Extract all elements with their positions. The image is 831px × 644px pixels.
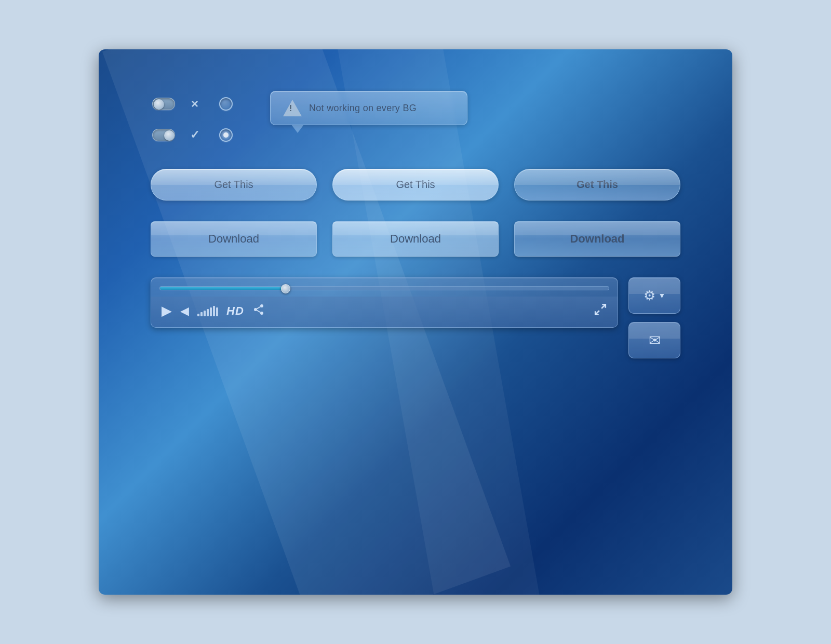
volume-bar-7 (216, 307, 218, 316)
controls-grid: × ✓ (151, 91, 239, 148)
checkmark-icon[interactable]: ✓ (190, 128, 199, 142)
svg-point-1 (254, 308, 257, 311)
radio-button-2[interactable] (219, 128, 233, 142)
progress-fill (160, 287, 286, 290)
toggle-knob-1 (154, 99, 164, 110)
download-button-1[interactable]: Download (151, 221, 317, 257)
volume-bar-5 (210, 307, 212, 316)
svg-point-0 (260, 304, 263, 307)
gear-icon: ⚙ (644, 288, 655, 304)
svg-line-3 (257, 310, 260, 312)
mail-button[interactable]: ✉ (628, 322, 680, 358)
svg-point-2 (260, 312, 263, 315)
progress-track[interactable] (159, 286, 609, 290)
hd-badge: HD (226, 304, 244, 318)
media-player: ▶ ◀ HD (151, 277, 618, 328)
get-this-row: Get This Get This Get This (151, 169, 680, 200)
get-this-button-1[interactable]: Get This (151, 169, 317, 200)
play-button[interactable]: ▶ (162, 303, 172, 319)
fullscreen-icon[interactable] (594, 303, 607, 319)
volume-bar-1 (197, 314, 199, 316)
radio-button-1[interactable] (219, 97, 233, 111)
toggle-switch-2[interactable] (152, 129, 175, 141)
progress-bar-area (151, 278, 618, 297)
volume-bars (197, 306, 218, 316)
download-button-3[interactable]: Download (514, 221, 680, 257)
warning-icon (283, 100, 302, 116)
tooltip-text: Not working on every BG (309, 103, 417, 114)
volume-bar-3 (204, 311, 206, 316)
media-controls: ▶ ◀ HD (151, 297, 618, 327)
media-row: ▶ ◀ HD (151, 277, 680, 358)
get-this-button-2[interactable]: Get This (332, 169, 499, 200)
tooltip-callout: Not working on every BG (270, 91, 467, 125)
volume-bar-2 (200, 312, 203, 316)
controls-row: × ✓ Not working on every BG (151, 91, 680, 148)
svg-line-4 (257, 306, 260, 308)
volume-bar-6 (213, 306, 215, 316)
download-row: Download Download Download (151, 221, 680, 257)
x-icon[interactable]: × (191, 97, 198, 111)
toggle-switch-1[interactable] (152, 98, 175, 110)
volume-bar-4 (207, 309, 209, 316)
envelope-icon: ✉ (649, 332, 661, 349)
settings-button[interactable]: ⚙ ▼ (628, 277, 680, 314)
share-icon[interactable] (252, 303, 265, 319)
main-panel: × ✓ Not working on every BG Get This Get… (99, 49, 732, 595)
side-buttons: ⚙ ▼ ✉ (628, 277, 680, 358)
get-this-button-3[interactable]: Get This (514, 169, 680, 200)
download-button-2[interactable]: Download (332, 221, 499, 257)
progress-knob[interactable] (281, 284, 290, 293)
volume-icon[interactable]: ◀ (180, 304, 189, 318)
dropdown-arrow-icon: ▼ (659, 291, 666, 300)
toggle-knob-2 (164, 130, 175, 141)
